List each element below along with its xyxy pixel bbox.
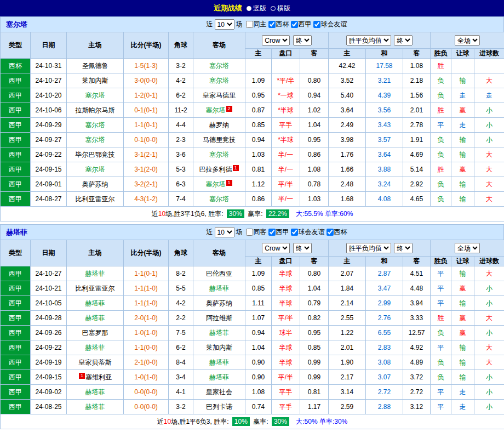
filter-checkbox[interactable]: 球会友谊: [313, 20, 347, 29]
table-row: 西甲 24-08-25 赫塔菲 0-0(0-0) 3-2 巴列卡诺 0.74 平…: [1, 400, 504, 414]
odds-home: 0.85: [245, 281, 272, 296]
corner-score: 7-4: [169, 192, 193, 207]
checkbox-input[interactable]: [268, 229, 276, 236]
result-wdl: 负: [431, 355, 451, 370]
summary-record: 场,胜1平6负3, 胜率:: [171, 418, 228, 425]
avg-draw: 3.21: [366, 73, 403, 88]
col-score: 比分(半场): [124, 32, 169, 59]
near-label: 近: [207, 228, 213, 237]
handicap-line: 半/一: [272, 192, 300, 207]
filter-checkbox[interactable]: 同客: [246, 228, 267, 237]
avg-final-select[interactable]: 终: [394, 35, 413, 46]
checkbox-input[interactable]: [246, 21, 253, 28]
table-row: 西甲 24-09-02 赫塔菲 0-0(0-0) 4-1 皇家社会 1.08 平…: [1, 385, 504, 400]
filter-checkbox[interactable]: 同主: [246, 20, 267, 29]
avg-final-select[interactable]: 终: [394, 243, 413, 253]
avg-draw: 2.72: [366, 385, 403, 400]
avg-draw: 3.08: [366, 355, 403, 370]
summary-profit-label: 赢率:: [253, 418, 268, 425]
odds-final-select[interactable]: 终: [293, 243, 312, 253]
scope-select[interactable]: 全场: [455, 243, 480, 253]
layout-radio-horizontal[interactable]: 横版: [271, 4, 290, 13]
odds-home: 0.90: [245, 355, 272, 370]
away-team-cell: 皇家社会: [193, 385, 245, 400]
away-team-cell: 赫罗纳: [193, 118, 245, 133]
away-team-cell: 塞尔塔: [193, 59, 245, 73]
team-name: 塞尔塔: [85, 121, 105, 129]
layout-radio-vertical[interactable]: 竖版: [247, 4, 266, 13]
filter-checkbox[interactable]: 西甲: [291, 20, 312, 29]
filter-checkbox[interactable]: 西甲: [268, 228, 289, 237]
result-goals: 大: [474, 355, 504, 370]
checkbox-input[interactable]: [268, 21, 276, 28]
sections-container: 塞尔塔 近 10 场 同主西杯西甲球会友谊 类型 日期 主场 比分(半场) 角球…: [0, 16, 504, 429]
result-wdl: 负: [431, 192, 451, 207]
checkbox-input[interactable]: [246, 229, 253, 236]
team-name: 赫塔菲: [209, 329, 229, 337]
score: 1-1(0-1): [124, 266, 169, 281]
team-name: 巴拉多利德: [199, 166, 232, 173]
red-card-badge: 1: [226, 180, 232, 186]
score: 0-1(0-0): [124, 133, 169, 147]
checkbox-input[interactable]: [313, 21, 320, 28]
corner-score: 8-2: [169, 266, 193, 281]
odds-source-select[interactable]: Crow: [262, 243, 290, 253]
avg-source-select[interactable]: 胜平负均值: [346, 243, 391, 253]
avg-home: 3.64: [329, 103, 366, 118]
avg-home: 2.01: [329, 340, 366, 355]
result-wdl: 胜: [431, 103, 451, 118]
recent-count-select[interactable]: 10: [215, 19, 234, 30]
scope-select[interactable]: 全场: [455, 35, 480, 46]
avg-home: 1.22: [329, 326, 366, 340]
avg-home: 42.42: [329, 59, 366, 73]
scope-group-header: 全场: [431, 240, 504, 257]
result-goals: 大: [474, 311, 504, 326]
result-handicap: 输: [451, 133, 474, 147]
match-date: 24-10-31: [31, 59, 67, 73]
avg-source-select[interactable]: 胜平负均值: [346, 35, 391, 46]
match-date: 24-09-22: [31, 147, 67, 162]
result-goals: 小: [474, 281, 504, 296]
team-name: 阿拉维斯: [206, 314, 232, 322]
handicap-line: 半球: [272, 340, 300, 355]
team-name: 比利亚雷亚尔: [76, 195, 115, 203]
score: 1-1(1-0): [124, 281, 169, 296]
radio-label-vertical: 竖版: [253, 4, 266, 13]
handicap-line: 半球: [272, 266, 300, 281]
checkbox-input[interactable]: [291, 229, 298, 236]
summary-win-rate: 10%: [232, 417, 250, 426]
checkbox-label: 同客: [254, 228, 267, 237]
match-date: 24-09-19: [31, 355, 67, 370]
avg-away: 4.69: [403, 147, 431, 162]
recent-count-select[interactable]: 10: [215, 227, 234, 237]
home-team-cell: 皇家贝蒂斯: [67, 355, 124, 370]
corner-score: 3-2: [169, 400, 193, 414]
score: 2-0(1-0): [124, 311, 169, 326]
odds-final-select[interactable]: 终: [293, 35, 312, 46]
topbar: 近期战绩 竖版 横版: [0, 0, 504, 16]
table-row: 西甲 24-10-20 塞尔塔 1-2(0-1) 6-2 皇家马德里 0.95 …: [1, 88, 504, 103]
home-team-cell: 赫塔菲: [67, 296, 124, 311]
avg-home: 3.14: [329, 385, 366, 400]
table-row: 西甲 24-09-15 1塞维利亚 1-0(1-0) 3-4 赫塔菲 0.90 …: [1, 370, 504, 385]
away-team-cell: 塞尔塔: [193, 73, 245, 88]
home-team-cell: 赫塔菲: [67, 385, 124, 400]
home-team-cell: 比利亚雷亚尔: [67, 281, 124, 296]
filter-checkbox[interactable]: 西杯: [268, 20, 289, 29]
checkbox-input[interactable]: [291, 21, 298, 28]
match-type-badge: 西甲: [1, 103, 31, 118]
avg-away: 12.57: [403, 326, 431, 340]
match-date: 24-10-05: [31, 296, 67, 311]
odds-away: [300, 59, 329, 73]
match-type-badge: 西甲: [1, 370, 31, 385]
filter-checkbox[interactable]: 西杯: [327, 228, 347, 237]
checkbox-input[interactable]: [327, 229, 334, 236]
table-row: 西甲 24-09-22 毕尔巴鄂竞技 3-1(2-1) 3-6 塞尔塔 1.03…: [1, 147, 504, 162]
summary-win-rate: 30%: [227, 209, 244, 218]
table-row: 西甲 24-10-05 赫塔菲 1-1(1-0) 4-2 奥萨苏纳 1.11 半…: [1, 296, 504, 311]
summary-count: 10: [164, 418, 171, 425]
filter-checkbox[interactable]: 球会友谊: [291, 228, 325, 237]
red-card-badge: 1: [233, 165, 239, 171]
avg-draw: 3.57: [366, 133, 403, 147]
odds-source-select[interactable]: Crow: [262, 35, 290, 46]
